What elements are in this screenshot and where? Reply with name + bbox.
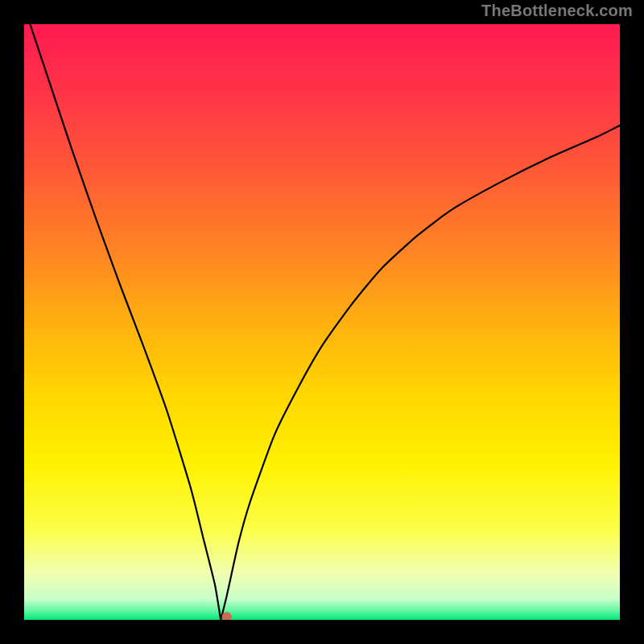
chart-frame: TheBottleneck.com [0, 0, 644, 644]
plot-area [24, 24, 620, 620]
gradient-background [24, 24, 620, 620]
chart-svg [24, 24, 620, 620]
watermark-text: TheBottleneck.com [481, 2, 633, 20]
